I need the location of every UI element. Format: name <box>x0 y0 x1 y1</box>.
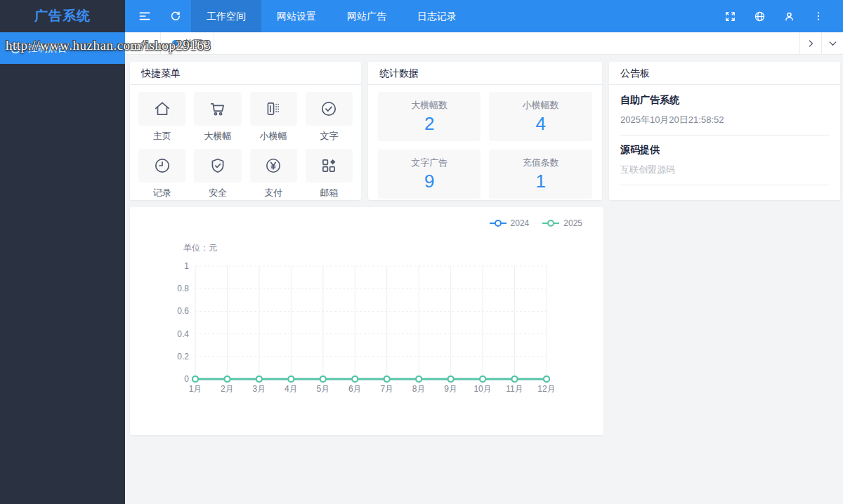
notice-section-text: 互联创盟源码 <box>620 164 829 176</box>
svg-text:11月: 11月 <box>506 384 523 394</box>
user-button[interactable] <box>774 0 804 32</box>
svg-text:3月: 3月 <box>253 384 266 394</box>
revenue-chart-card: 2024 2025 单位：元 00.20.40.60.811月2月3月4月5月6… <box>130 207 603 435</box>
stat-recharge-count: 充值条数 1 <box>489 150 592 199</box>
user-icon <box>783 11 795 22</box>
notice-body: 自助广告系统 2025年10月20日21:58:52 源码提供 互联创盟源码 <box>609 85 840 185</box>
nav-item-workspace[interactable]: 工作空间 <box>191 0 261 32</box>
check-circle-icon <box>320 100 338 118</box>
content-area: 快捷菜单 主页 <box>125 55 843 504</box>
svg-text:5月: 5月 <box>316 384 329 394</box>
legend-line-marker-icon <box>489 219 507 227</box>
menu-fold-button[interactable] <box>129 0 160 32</box>
notice-title: 公告板 <box>609 62 840 85</box>
stat-text-ad-count: 文字广告 9 <box>378 150 481 199</box>
svg-text:0: 0 <box>184 374 189 384</box>
quick-item-small-banner[interactable]: 小横幅 <box>250 92 297 142</box>
quick-item-mailbox[interactable]: 邮箱 <box>306 149 353 199</box>
svg-text:0.6: 0.6 <box>177 306 189 316</box>
tab-spacer <box>214 32 799 54</box>
quick-item-security[interactable]: 安全 <box>194 149 241 199</box>
quick-menu-card: 快捷菜单 主页 <box>130 62 361 200</box>
stat-small-banner-count: 小横幅数 4 <box>489 92 592 141</box>
quick-menu-title: 快捷菜单 <box>130 62 361 85</box>
svg-text:0.2: 0.2 <box>177 352 189 362</box>
top-bar: 广告系统 工作空间 网站设置 网站广告 日志记录 <box>0 0 843 32</box>
revenue-chart: 00.20.40.60.811月2月3月4月5月6月7月8月9月10月11月12… <box>130 207 603 435</box>
svg-text:8月: 8月 <box>412 384 426 394</box>
svg-text:1月: 1月 <box>189 384 202 394</box>
home-icon <box>153 100 171 118</box>
svg-text:12月: 12月 <box>537 384 555 394</box>
stats-title: 统计数据 <box>368 62 602 85</box>
stat-big-banner-count: 大横幅数 2 <box>378 92 481 141</box>
clock-icon <box>153 157 171 175</box>
chart-legend: 2024 2025 <box>489 218 582 228</box>
quick-item-payment[interactable]: 支付 <box>250 149 297 199</box>
stats-grid: 大横幅数 2 小横幅数 4 文字广告 9 充值条数 <box>368 85 602 199</box>
legend-item-2025[interactable]: 2025 <box>542 218 582 228</box>
quick-item-text-ads[interactable]: 文字 <box>306 92 353 142</box>
nav-item-site-settings[interactable]: 网站设置 <box>261 0 332 32</box>
banner-icon <box>264 100 282 118</box>
svg-text:2月: 2月 <box>221 384 234 394</box>
refresh-icon <box>169 10 182 22</box>
svg-text:0.8: 0.8 <box>177 284 189 293</box>
quick-item-big-banner[interactable]: 大横幅 <box>194 92 241 142</box>
app-logo: 广告系统 <box>0 0 125 32</box>
nav-right-icons <box>715 0 843 32</box>
svg-text:10月: 10月 <box>473 384 491 394</box>
divider <box>620 185 829 185</box>
sidebar-item-label: 控制后台 <box>28 42 67 55</box>
quick-menu-grid: 主页 大横幅 <box>130 85 361 199</box>
gauge-icon <box>9 42 22 55</box>
tab-active-dot-icon <box>172 40 178 46</box>
nav-item-logs[interactable]: 日志记录 <box>402 0 472 32</box>
grid-diamond-icon <box>320 157 338 175</box>
refresh-button[interactable] <box>160 0 191 32</box>
sidebar-item-console[interactable]: 控制后台 <box>0 32 125 64</box>
menu-fold-icon <box>138 9 152 23</box>
top-nav: 工作空间 网站设置 网站广告 日志记录 <box>125 0 843 32</box>
tab-options-button[interactable] <box>821 32 843 54</box>
svg-text:9月: 9月 <box>444 384 457 394</box>
svg-text:4月: 4月 <box>285 384 298 394</box>
notice-section-title: 源码提供 <box>620 144 829 157</box>
tab-scroll-right-button[interactable] <box>799 32 821 54</box>
svg-text:1: 1 <box>184 261 189 271</box>
tab-home[interactable]: 首页 <box>160 32 214 54</box>
svg-text:6月: 6月 <box>348 384 362 394</box>
globe-icon <box>754 11 766 22</box>
chevron-down-icon <box>828 39 837 48</box>
quick-item-home[interactable]: 主页 <box>138 92 185 142</box>
shield-check-icon <box>209 157 227 175</box>
notice-section-text: 2025年10月20日21:58:52 <box>620 114 829 126</box>
more-button[interactable] <box>804 0 833 32</box>
tab-label: 首页 <box>184 37 202 50</box>
divider <box>620 135 829 135</box>
legend-item-2024[interactable]: 2024 <box>489 218 530 228</box>
notice-board-card: 公告板 自助广告系统 2025年10月20日21:58:52 源码提供 互联创盟… <box>609 62 840 200</box>
sidebar: 控制后台 <box>0 32 125 504</box>
language-button[interactable] <box>745 0 774 32</box>
svg-text:7月: 7月 <box>380 384 393 394</box>
legend-line-marker-icon <box>542 219 560 227</box>
svg-text:0.4: 0.4 <box>177 329 189 339</box>
main-area: 首页 快捷菜单 <box>125 32 843 504</box>
fullscreen-icon <box>724 11 736 22</box>
yuan-circle-icon <box>264 157 282 175</box>
nav-item-site-ads[interactable]: 网站广告 <box>332 0 402 32</box>
fullscreen-button[interactable] <box>715 0 745 32</box>
tab-bar: 首页 <box>125 32 843 55</box>
tab-scroll-left-button[interactable] <box>125 32 160 54</box>
cart-icon <box>209 100 227 118</box>
kebab-menu-icon <box>813 11 824 22</box>
stats-card: 统计数据 大横幅数 2 小横幅数 4 文字广告 9 <box>368 62 602 200</box>
notice-section-title: 自助广告系统 <box>620 94 829 107</box>
quick-item-records[interactable]: 记录 <box>138 149 185 199</box>
